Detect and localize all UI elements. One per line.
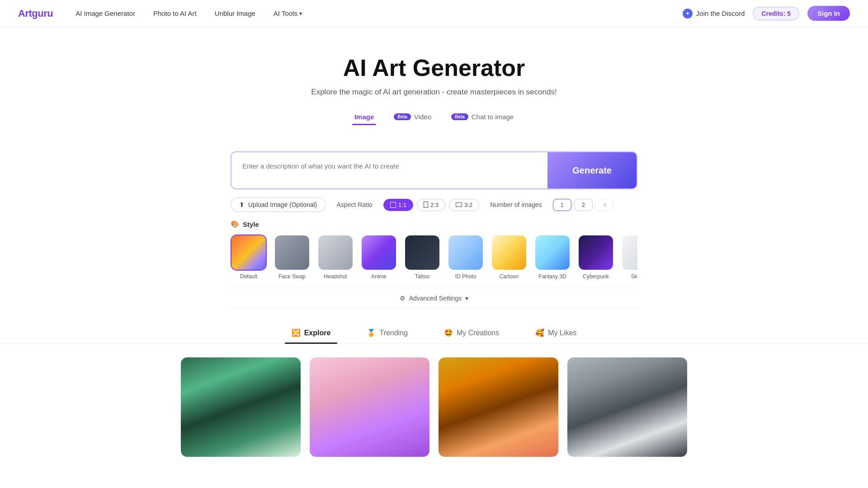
gallery-tab-my-creations[interactable]: 🤩My Creations xyxy=(426,322,517,343)
prompt-section: Generate xyxy=(212,151,656,189)
style-item-default[interactable]: Default xyxy=(231,235,267,280)
style-item-id-photo[interactable]: ID Photo xyxy=(448,235,484,280)
style-name-fantasy-3d: Fantasy 3D xyxy=(538,273,566,280)
num-2[interactable]: 2 xyxy=(574,199,593,211)
style-thumb-default xyxy=(231,235,266,270)
advanced-label: Advanced Settings xyxy=(409,295,462,302)
num-1[interactable]: 1 xyxy=(553,199,571,211)
style-grid: DefaultFace SwapHeadshotAnimeTattooID Ph… xyxy=(231,235,637,280)
style-name-cyberpunk: Cyberpunk xyxy=(583,273,609,280)
num-images-label: Number of images xyxy=(490,201,542,208)
aspect-11-shape xyxy=(390,202,396,208)
prompt-wrapper: Generate xyxy=(231,151,637,189)
tab-emoji-my-likes: 🥰 xyxy=(535,328,544,337)
style-name-headshot: Headshot xyxy=(324,273,347,280)
tab-video-label: Video xyxy=(414,113,431,121)
generate-button[interactable]: Generate xyxy=(547,152,637,188)
nav-ai-tools[interactable]: AI Tools ▾ xyxy=(274,9,302,17)
logo-text: Artguru xyxy=(18,8,53,19)
gallery-image-img1[interactable] xyxy=(181,357,301,457)
style-item-sketch[interactable]: Sketch xyxy=(621,235,637,280)
aspect-3-2[interactable]: 3:2 xyxy=(449,199,479,211)
style-item-cyberpunk[interactable]: Cyberpunk xyxy=(578,235,614,280)
style-item-fantasy-3d[interactable]: Fantasy 3D xyxy=(534,235,571,280)
discord-button[interactable]: ✦ Join the Discord xyxy=(683,9,745,19)
style-thumb-anime xyxy=(362,235,396,270)
style-item-headshot[interactable]: Headshot xyxy=(317,235,354,280)
style-thumb-sketch xyxy=(622,235,637,270)
discord-label: Join the Discord xyxy=(696,9,745,17)
nav-ai-tools-label: AI Tools xyxy=(274,9,297,17)
advanced-settings-button[interactable]: ⚙ Advanced Settings ▾ xyxy=(231,288,637,309)
style-name-cartoon: Cartoon xyxy=(500,273,519,280)
num-4: 4 xyxy=(595,199,614,211)
prompt-input[interactable] xyxy=(231,152,547,188)
aspect-11-label: 1:1 xyxy=(398,202,406,208)
gallery-tab-my-likes[interactable]: 🥰My Likes xyxy=(517,322,594,343)
settings-icon: ⚙ xyxy=(400,295,406,302)
aspect-ratio-label: Aspect Ratio xyxy=(337,201,373,208)
style-name-anime: Anime xyxy=(371,273,387,280)
chevron-down-icon: ▾ xyxy=(465,295,468,302)
hero-section: AI Art Generator Explore the magic of AI… xyxy=(0,27,868,151)
upload-button[interactable]: ⬆ Upload Image (Optional) xyxy=(231,197,326,212)
tab-label-trending: Trending xyxy=(379,329,408,337)
gallery-image-img4[interactable] xyxy=(567,357,687,457)
nav-unblur-image[interactable]: Unblur Image xyxy=(215,9,255,17)
aspect-2-3[interactable]: 2:3 xyxy=(417,199,445,211)
navbar: Artguru AI Image Generator Photo to AI A… xyxy=(0,0,868,27)
upload-icon: ⬆ xyxy=(239,201,245,208)
style-thumb-tattoo xyxy=(405,235,439,270)
style-thumb-id-photo xyxy=(448,235,483,270)
aspect-32-shape xyxy=(456,202,462,207)
gallery-tabs: 🔀Explore🏅Trending🤩My Creations🥰My Likes xyxy=(0,322,868,344)
style-name-face-swap: Face Swap xyxy=(278,273,306,280)
credits-button[interactable]: Credits: 5 xyxy=(753,7,799,20)
tab-label-my-creations: My Creations xyxy=(457,329,499,337)
aspect-ratio-options: 1:1 2:3 3:2 xyxy=(383,199,479,211)
style-icon: 🎨 xyxy=(231,220,239,228)
upload-label: Upload Image (Optional) xyxy=(248,201,317,208)
style-name-id-photo: ID Photo xyxy=(455,273,476,280)
nav-right: ✦ Join the Discord Credits: 5 Sign In xyxy=(683,6,850,21)
tab-chat-label: Chat to image xyxy=(472,113,514,121)
signin-button[interactable]: Sign In xyxy=(807,6,850,21)
aspect-23-label: 2:3 xyxy=(430,202,439,208)
style-thumb-headshot xyxy=(318,235,353,270)
aspect-1-1[interactable]: 1:1 xyxy=(383,199,413,211)
tab-video[interactable]: Beta Video xyxy=(384,109,441,124)
style-item-anime[interactable]: Anime xyxy=(361,235,397,280)
chat-beta-badge: Beta xyxy=(451,113,468,120)
style-header-label: Style xyxy=(243,221,259,228)
page-title: AI Art Generator xyxy=(18,54,850,81)
nav-photo-to-ai-art[interactable]: Photo to AI Art xyxy=(153,9,197,17)
tab-emoji-my-creations: 🤩 xyxy=(444,328,453,337)
gallery-tab-explore[interactable]: 🔀Explore xyxy=(274,322,349,343)
style-header: 🎨 Style xyxy=(231,220,637,228)
tab-label-my-likes: My Likes xyxy=(548,329,576,337)
aspect-23-shape xyxy=(424,202,428,208)
style-item-tattoo[interactable]: Tattoo xyxy=(404,235,440,280)
discord-icon: ✦ xyxy=(683,9,693,19)
mode-tabs: Image Beta Video Beta Chat to image xyxy=(18,109,850,124)
style-item-cartoon[interactable]: Cartoon xyxy=(491,235,527,280)
style-thumb-cartoon xyxy=(492,235,526,270)
advanced-row: ⚙ Advanced Settings ▾ xyxy=(212,288,656,309)
gallery-tab-trending[interactable]: 🏅Trending xyxy=(349,322,426,343)
tab-emoji-explore: 🔀 xyxy=(292,328,301,337)
style-item-face-swap[interactable]: Face Swap xyxy=(274,235,310,280)
style-section: 🎨 Style DefaultFace SwapHeadshotAnimeTat… xyxy=(212,220,656,280)
logo[interactable]: Artguru xyxy=(18,8,53,19)
nav-ai-image-generator[interactable]: AI Image Generator xyxy=(75,9,135,17)
tab-image-label: Image xyxy=(354,113,374,121)
tab-chat-to-image[interactable]: Beta Chat to image xyxy=(441,109,524,124)
tab-image[interactable]: Image xyxy=(344,109,384,124)
gallery-image-img2[interactable] xyxy=(310,357,429,457)
tab-emoji-trending: 🏅 xyxy=(367,328,376,337)
nav-links: AI Image Generator Photo to AI Art Unblu… xyxy=(75,9,683,17)
style-name-tattoo: Tattoo xyxy=(415,273,430,280)
aspect-32-label: 3:2 xyxy=(464,202,472,208)
style-name-sketch: Sketch xyxy=(631,273,637,280)
tab-label-explore: Explore xyxy=(304,329,331,337)
gallery-image-img3[interactable] xyxy=(439,357,558,457)
